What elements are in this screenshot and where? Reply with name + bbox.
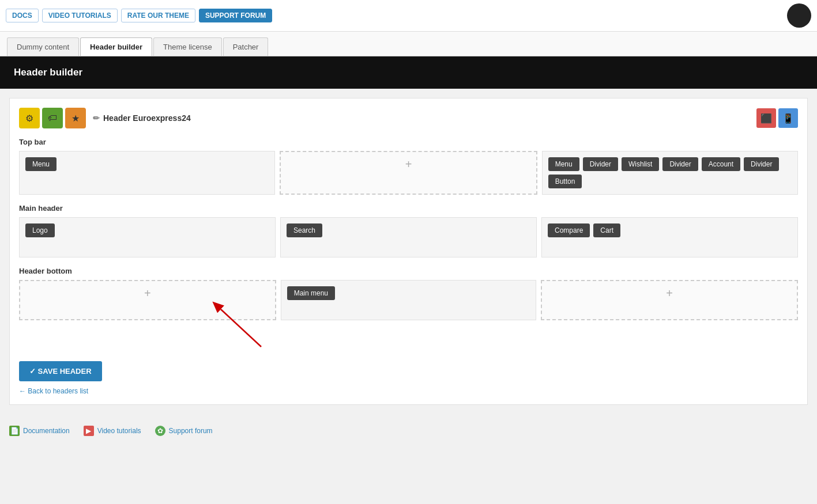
top-bar-right-col: Menu Divider Wishlist Divider Account Di…	[542, 151, 798, 195]
support-forum-button[interactable]: SUPPORT FORUM	[199, 9, 272, 22]
header-name-text: Header Euroexpress24	[103, 113, 191, 123]
support-forum-label: Support forum	[169, 427, 213, 435]
header-builder-title: Header builder	[14, 67, 82, 78]
main-header-row: Logo Search Compare Cart	[19, 217, 798, 257]
header-bottom-title: Header bottom	[19, 267, 798, 275]
mobile-view-button[interactable]: 📱	[778, 108, 798, 128]
top-bar-left-col: Menu	[19, 151, 275, 195]
documentation-label: Documentation	[23, 427, 70, 435]
main-header-center-col: Search	[280, 217, 537, 257]
main-header-left-col: Logo	[19, 217, 276, 257]
header-bottom-right-col[interactable]: +	[541, 280, 798, 320]
main-menu-chip[interactable]: Main menu	[287, 286, 335, 300]
pencil-icon: ✏	[93, 113, 100, 123]
search-chip[interactable]: Search	[287, 223, 322, 237]
tabs-bar: Dummy content Header builder Theme licen…	[0, 32, 817, 56]
tab-patcher[interactable]: Patcher	[223, 37, 269, 56]
doc-icon: 📄	[9, 426, 20, 436]
top-nav: DOCS VIDEO TUTORIALS RATE OUR THEME SUPP…	[0, 0, 817, 32]
plus-icon: +	[405, 158, 412, 171]
main-content: Header builder ⚙ 🏷 ★ ✏ Header Euroexpres…	[0, 56, 817, 448]
support-icon: ✿	[155, 426, 165, 436]
header-builder-title-bar: Header builder	[0, 56, 817, 89]
top-bar-account-chip[interactable]: Account	[702, 157, 740, 171]
main-header-right-col: Compare Cart	[541, 217, 798, 257]
compare-chip[interactable]: Compare	[548, 223, 590, 237]
video-icon: ▶	[84, 426, 94, 436]
tab-dummy-content[interactable]: Dummy content	[7, 37, 79, 56]
docs-button[interactable]: DOCS	[6, 9, 39, 22]
top-bar-title: Top bar	[19, 138, 798, 146]
top-bar-divider3-chip[interactable]: Divider	[744, 157, 779, 171]
header-bottom-row: + Main menu +	[19, 280, 798, 320]
builder-area: ⚙ 🏷 ★ ✏ Header Euroexpress24 ⬛ 📱 Top bar…	[9, 98, 808, 405]
support-forum-link[interactable]: ✿ Support forum	[155, 426, 213, 436]
settings-icon[interactable]: ⚙	[19, 108, 40, 128]
top-bar-row: Menu + Menu Divider Wishlist Divider Acc…	[19, 151, 798, 195]
plus-icon-left: +	[144, 287, 151, 300]
header-bottom-center-col: Main menu	[281, 280, 537, 320]
hb-toolbar: ⚙ 🏷 ★ ✏ Header Euroexpress24 ⬛ 📱	[19, 108, 798, 128]
header-bottom-section: Header bottom + Main menu +	[19, 267, 798, 320]
tag-icon[interactable]: 🏷	[42, 108, 63, 128]
video-tutorials-link[interactable]: ▶ Video tutorials	[84, 426, 141, 436]
rate-our-theme-button[interactable]: RATE OUR THEME	[121, 9, 195, 22]
header-name-label: ✏ Header Euroexpress24	[93, 113, 191, 123]
logo-chip[interactable]: Logo	[25, 223, 55, 237]
view-buttons: ⬛ 📱	[756, 108, 798, 128]
main-header-title: Main header	[19, 204, 798, 213]
avatar	[787, 3, 811, 28]
top-bar-center-col[interactable]: +	[280, 151, 537, 195]
header-bottom-left-col[interactable]: +	[19, 280, 276, 320]
video-tutorials-label: Video tutorials	[97, 427, 141, 435]
top-bar-button-chip[interactable]: Button	[548, 175, 582, 188]
top-bar-divider1-chip[interactable]: Divider	[583, 157, 618, 171]
documentation-link[interactable]: 📄 Documentation	[9, 426, 70, 436]
footer-links: 📄 Documentation ▶ Video tutorials ✿ Supp…	[0, 414, 817, 448]
save-header-button[interactable]: ✓ SAVE HEADER	[19, 361, 102, 381]
star-icon[interactable]: ★	[65, 108, 86, 128]
top-bar-section: Top bar Menu + Menu Divider Wishlist Div…	[19, 138, 798, 195]
top-bar-right-menu-chip[interactable]: Menu	[548, 157, 579, 171]
plus-icon-right: +	[666, 287, 673, 300]
tab-header-builder[interactable]: Header builder	[80, 37, 152, 56]
desktop-view-button[interactable]: ⬛	[756, 108, 776, 128]
top-bar-menu-chip[interactable]: Menu	[25, 157, 57, 171]
cart-chip[interactable]: Cart	[593, 223, 620, 237]
tab-theme-license[interactable]: Theme license	[153, 37, 222, 56]
top-bar-wishlist-chip[interactable]: Wishlist	[622, 157, 659, 171]
video-tutorials-button[interactable]: VIDEO TUTORIALS	[42, 9, 118, 22]
top-bar-divider2-chip[interactable]: Divider	[662, 157, 698, 171]
back-to-headers-link[interactable]: ← Back to headers list	[19, 387, 88, 395]
arrow-annotation	[19, 329, 798, 361]
main-header-section: Main header Logo Search Compare Cart	[19, 204, 798, 257]
